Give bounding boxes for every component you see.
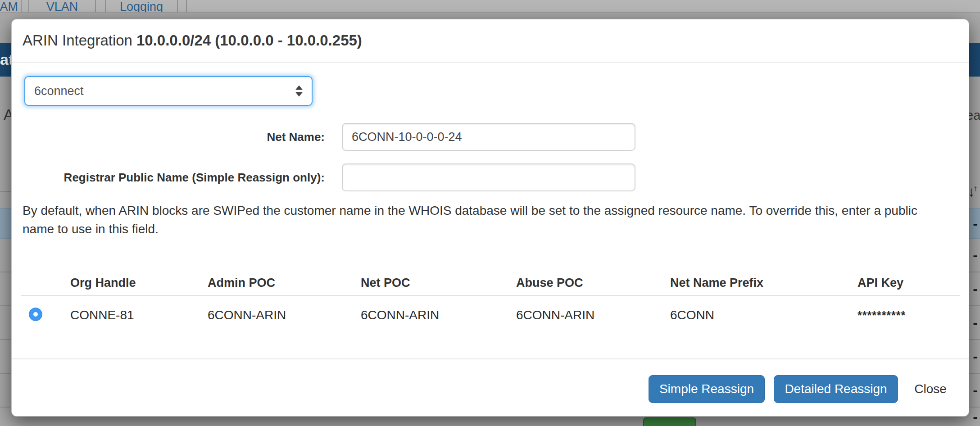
cell-org-handle: CONNE-81 xyxy=(70,306,134,325)
background-row-divider xyxy=(0,191,11,192)
column-header-org-handle: Org Handle xyxy=(70,276,136,290)
arrow-up-icon: ↑ xyxy=(974,184,978,193)
cell-admin-poc: 6CONN-ARIN xyxy=(208,306,286,325)
cell-dash: - xyxy=(973,374,978,407)
column-header-net-name-prefix: Net Name Prefix xyxy=(670,276,763,290)
arin-integration-modal: ARIN Integration10.0.0.0/24 (10.0.0.0 - … xyxy=(11,19,969,417)
cell-net-name-prefix: 6CONN xyxy=(670,306,714,325)
triangle-down-icon xyxy=(295,92,303,97)
background-tab-bar: AM VLAN Logging xyxy=(0,0,980,13)
tab-vlan[interactable]: VLAN xyxy=(28,0,96,12)
cell-dash: - xyxy=(973,208,978,238)
sort-icon[interactable]: ↓↑ xyxy=(968,184,978,200)
cell-dash: - xyxy=(973,408,978,426)
net-name-input[interactable] xyxy=(342,123,635,151)
cell-dash: - xyxy=(973,239,978,272)
cell-dash: - xyxy=(973,272,978,305)
footer-divider xyxy=(12,358,969,359)
integration-select[interactable]: 6connect xyxy=(24,76,313,106)
column-header-api-key: API Key xyxy=(858,276,903,290)
cell-dash: - xyxy=(973,340,978,373)
tab-ipam[interactable]: AM xyxy=(0,0,22,12)
cell-dash: - xyxy=(973,306,978,339)
detailed-reassign-button[interactable]: Detailed Reassign xyxy=(774,375,898,403)
select-stepper-icon xyxy=(295,86,303,97)
tab-separator xyxy=(186,0,187,12)
column-header-admin-poc: Admin POC xyxy=(208,276,275,290)
background-green-button[interactable] xyxy=(643,417,696,426)
triangle-up-icon xyxy=(295,86,303,90)
cell-abuse-poc: 6CONN-ARIN xyxy=(516,306,594,325)
registrar-public-name-label: Registrar Public Name (Simple Reassign o… xyxy=(36,163,325,191)
tab-ipam-label: AM xyxy=(0,0,18,12)
close-button[interactable]: Close xyxy=(903,375,957,403)
tab-logging-label: Logging xyxy=(120,0,163,12)
cell-api-key-masked: ********** xyxy=(858,306,906,325)
registrar-public-name-input[interactable] xyxy=(342,163,635,191)
column-header-net-poc: Net POC xyxy=(361,276,410,290)
org-row-radio[interactable] xyxy=(29,308,42,321)
integration-select-value: 6connect xyxy=(34,84,84,98)
tab-logging[interactable]: Logging xyxy=(105,0,178,12)
column-header-abuse-poc: Abuse POC xyxy=(516,276,583,290)
cell-net-poc: 6CONN-ARIN xyxy=(361,306,439,325)
modal-title-subnet: 10.0.0.0/24 (10.0.0.0 - 10.0.0.255) xyxy=(136,32,362,49)
net-name-label: Net Name: xyxy=(79,123,325,151)
simple-reassign-button[interactable]: Simple Reassign xyxy=(649,375,765,403)
tab-vlan-label: VLAN xyxy=(46,0,78,12)
swip-description-text: By default, when ARIN blocks are SWIPed … xyxy=(23,201,937,238)
modal-title: ARIN Integration xyxy=(23,32,132,49)
table-header-divider xyxy=(21,295,960,296)
modal-header: ARIN Integration10.0.0.0/24 (10.0.0.0 - … xyxy=(12,19,969,63)
